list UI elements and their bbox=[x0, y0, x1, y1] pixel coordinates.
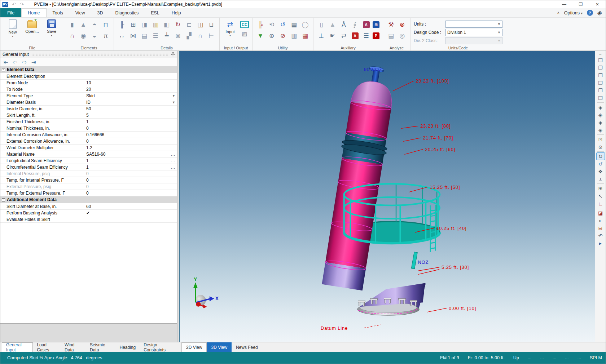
conical-element-icon[interactable]: ▲ bbox=[79, 20, 88, 30]
row-value[interactable]: ID▼ bbox=[84, 99, 177, 105]
list-elements-tool-icon[interactable]: ▤ bbox=[289, 20, 299, 30]
menu-tab-3d[interactable]: 3D bbox=[91, 8, 109, 17]
view-cube-right-icon[interactable]: ❐ bbox=[596, 79, 605, 86]
pan-view-icon[interactable]: ❖ bbox=[596, 168, 605, 175]
tab-2d-view[interactable]: 2D View bbox=[181, 342, 207, 352]
grid-row[interactable]: Element TypeSkirt▼ bbox=[0, 93, 177, 99]
row-value[interactable]: 10 bbox=[84, 80, 177, 86]
zoom-in-out-icon[interactable]: ± bbox=[596, 175, 605, 183]
iso-view-se-icon[interactable]: ◈ bbox=[596, 119, 605, 126]
dropdown-arrow-icon[interactable]: ▼ bbox=[172, 94, 175, 98]
undo-icon[interactable]: ↶ bbox=[12, 2, 16, 7]
section-view-icon[interactable]: ◪ bbox=[596, 209, 605, 217]
tab-design-constraints[interactable]: Design Constraints bbox=[140, 342, 179, 352]
grid-row[interactable]: Circumferential Seam Efficiency1... bbox=[0, 164, 177, 170]
grid-row[interactable]: Internal Corrosion Allowance, in.0.16666… bbox=[0, 132, 177, 138]
leg-detail-icon[interactable]: ⊔ bbox=[207, 20, 216, 30]
3d-viewport[interactable]: 90 NOZ28.23 ft. [100]23.23 ft. [80]21.74… bbox=[179, 51, 595, 342]
lug-detail-icon[interactable]: ◨ bbox=[140, 20, 149, 30]
rotate-2d-tool-icon[interactable]: ⟲ bbox=[267, 20, 276, 30]
next-element-button[interactable]: ⇨ bbox=[22, 59, 27, 65]
grid-row[interactable]: Perform Basering Analysis✔ bbox=[0, 210, 177, 216]
help-icon[interactable]: ? bbox=[587, 10, 593, 16]
liquid-detail-icon[interactable]: ◫ bbox=[196, 20, 205, 30]
row-value[interactable]: 5 bbox=[84, 112, 177, 118]
lining-detail-icon[interactable]: ☰ bbox=[151, 31, 160, 41]
row-value[interactable]: 1 bbox=[84, 119, 177, 125]
autocad-aux-icon[interactable]: A bbox=[352, 32, 359, 39]
view-cube-front-icon[interactable]: ❐ bbox=[596, 56, 605, 64]
input-button[interactable]: ⇄ Input ▾ bbox=[223, 20, 237, 37]
tab-load-cases[interactable]: Load Cases bbox=[33, 342, 61, 352]
database-tool-icon[interactable]: ▥ bbox=[289, 31, 299, 41]
previous-element-button[interactable]: ⇦ bbox=[13, 59, 18, 65]
tab-wind-data[interactable]: Wind Data bbox=[61, 342, 86, 352]
new-button[interactable]: New▾ bbox=[5, 19, 20, 38]
menu-tab-diagnostics[interactable]: Diagnostics bbox=[109, 8, 145, 17]
pdf-aux-icon[interactable]: P bbox=[373, 32, 379, 39]
options-menu[interactable]: Options ▾ bbox=[564, 10, 583, 15]
basering-element-icon[interactable]: π bbox=[101, 31, 110, 41]
grid-row[interactable]: Internal Pressure, psig0 bbox=[0, 170, 177, 177]
design-code-dropdown[interactable]: Division 1▼ bbox=[445, 29, 502, 36]
row-value[interactable]: 1... bbox=[84, 157, 177, 164]
last-element-button[interactable]: ⇥ bbox=[31, 59, 36, 65]
view-cube-left-icon[interactable]: ❐ bbox=[596, 71, 605, 79]
grid-row[interactable]: External Corrosion Allowance, in.0 bbox=[0, 138, 177, 145]
nozzle-detail-icon[interactable]: ╟ bbox=[117, 20, 127, 30]
row-value[interactable]: ✔ bbox=[84, 210, 177, 216]
grid-row[interactable]: To Node20 bbox=[0, 86, 177, 93]
delete-tool-icon[interactable]: ⊘ bbox=[278, 31, 287, 41]
rotate-view-icon[interactable]: ↻ bbox=[596, 152, 605, 160]
elliptical-head-element-icon[interactable]: ∩ bbox=[67, 31, 77, 41]
hatch-tool-icon[interactable]: ▦ bbox=[300, 31, 310, 41]
pick-aux-icon[interactable]: ☛ bbox=[328, 31, 337, 41]
forces-detail-icon[interactable]: ┷ bbox=[162, 31, 171, 41]
row-value[interactable]: 0 bbox=[84, 183, 177, 190]
menu-tab-file[interactable]: File bbox=[0, 8, 21, 17]
row-value[interactable]: 0 bbox=[84, 190, 177, 196]
saddle-detail-icon[interactable]: ⋈ bbox=[128, 31, 138, 41]
access-aux-icon[interactable]: A bbox=[363, 21, 370, 28]
shell-aux-icon[interactable]: ▯ bbox=[317, 20, 326, 30]
collapse-icon[interactable]: − bbox=[2, 68, 5, 71]
grid-row[interactable]: Inside Diameter, in.50 bbox=[0, 106, 177, 112]
grid-row[interactable]: Material NameSA516-60... bbox=[0, 151, 177, 157]
baseplate-aux-icon[interactable]: ⊥ bbox=[317, 31, 326, 41]
branch-reinforcement-tool-icon[interactable]: ╠ bbox=[256, 20, 265, 30]
review-reports-icon[interactable]: ▤ bbox=[386, 31, 396, 41]
more-tools-icon[interactable]: ▸ bbox=[596, 239, 605, 247]
menu-tab-view[interactable]: View bbox=[69, 8, 91, 17]
row-value[interactable]: 1.2 bbox=[84, 145, 177, 151]
menu-tab-esl[interactable]: ESL bbox=[145, 8, 166, 17]
redo-icon[interactable]: ↷ bbox=[20, 2, 24, 7]
cylinder-element-icon[interactable]: ▮ bbox=[67, 20, 77, 30]
minimize-button[interactable]: — bbox=[556, 0, 572, 8]
clip-plane-icon[interactable]: ⊟ bbox=[596, 224, 605, 232]
tab-news-feed[interactable]: News Feed bbox=[232, 342, 262, 352]
grid-row[interactable]: Temp. for Internal Pressure, F0 bbox=[0, 177, 177, 183]
grid-row[interactable]: Element Description bbox=[0, 73, 177, 80]
grid-row[interactable]: Nominal Thickness, in.0 bbox=[0, 125, 177, 132]
row-value[interactable]: 1... bbox=[84, 164, 177, 170]
grid-row[interactable]: Wind Diameter Multiplier1.2 bbox=[0, 145, 177, 151]
zoom-window-icon[interactable]: ⊡ bbox=[596, 136, 605, 143]
listbox-aux-icon[interactable]: ☰ bbox=[361, 31, 371, 41]
zoom-2d-tool-icon[interactable]: ⊕ bbox=[267, 31, 276, 41]
preview-results-icon[interactable]: ◎ bbox=[398, 31, 407, 41]
view-cube-bottom-icon[interactable]: ❐ bbox=[596, 94, 605, 102]
platform-detail-icon[interactable]: ⊞ bbox=[128, 20, 138, 30]
triad-toggle-icon[interactable]: ∟ bbox=[596, 200, 605, 207]
tab-3d-view[interactable]: 3D View bbox=[207, 342, 231, 352]
first-element-button[interactable]: ⇤ bbox=[4, 59, 8, 65]
half-pipe-detail-icon[interactable]: ∩ bbox=[196, 31, 205, 41]
clip-detail-icon[interactable]: ⊏ bbox=[184, 20, 194, 30]
menu-tab-tools[interactable]: Tools bbox=[47, 8, 69, 17]
menu-tab-home[interactable]: Home bbox=[21, 8, 46, 17]
row-value[interactable]: Skirt▼ bbox=[84, 93, 177, 99]
shaded-view-icon[interactable]: ◐ bbox=[596, 217, 605, 224]
moments-detail-icon[interactable]: ↻ bbox=[173, 20, 183, 30]
menu-tab-help[interactable]: Help bbox=[166, 8, 187, 17]
weight-detail-icon[interactable]: ▤ bbox=[140, 31, 149, 41]
grid-row[interactable]: Diameter BasisID▼ bbox=[0, 99, 177, 106]
